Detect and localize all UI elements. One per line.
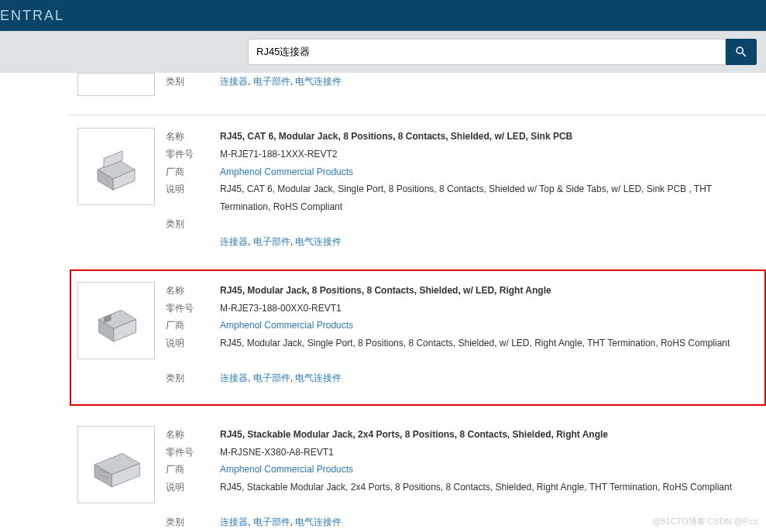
label-category: 类别 xyxy=(166,369,220,387)
manufacturer-link[interactable]: Amphenol Commercial Products xyxy=(220,166,353,177)
category-link[interactable]: 电子部件 xyxy=(253,76,290,87)
label-name: 名称 xyxy=(166,426,220,444)
label-part: 零件号 xyxy=(166,444,220,462)
result-categories: 连接器, 电子部件, 电气连接件 xyxy=(220,233,758,251)
result-categories: 连接器, 电子部件, 电气连接件 xyxy=(220,369,758,387)
result-item: 名称 零件号 厂商 说明 类别 RJ45, Stackable Modular … xyxy=(70,414,766,532)
result-thumbnail[interactable] xyxy=(77,426,155,503)
connector-icon xyxy=(85,434,147,496)
label-category: 类别 xyxy=(166,215,220,233)
app-header: ENTRAL xyxy=(0,0,766,31)
search-button[interactable] xyxy=(726,39,757,65)
manufacturer-link[interactable]: Amphenol Commercial Products xyxy=(220,464,353,475)
label-desc: 说明 xyxy=(166,180,220,198)
watermark: @51CTO博客 CSDN @P.cs xyxy=(652,516,758,527)
result-name: RJ45, CAT 6, Modular Jack, 8 Positions, … xyxy=(220,128,758,146)
result-part-number: M-RJE71-188-1XXX-REVT2 xyxy=(220,146,758,163)
app-title: ENTRAL xyxy=(0,8,64,24)
search-icon xyxy=(734,45,748,59)
result-thumbnail[interactable] xyxy=(77,128,155,205)
label-mfr: 厂商 xyxy=(166,461,220,479)
search-bar xyxy=(0,31,766,73)
label-name: 名称 xyxy=(166,282,220,300)
results-list: 类别 连接器, 电子部件, 电气连接件 名称 零件号 厂商 说明 类别 xyxy=(0,73,766,532)
result-part-number: M-RJE73-188-00XX0-REVT1 xyxy=(220,300,758,317)
label-desc: 说明 xyxy=(166,479,220,496)
result-part-number: M-RJSNE-X380-A8-REVT1 xyxy=(220,444,758,462)
result-name: RJ45, Modular Jack, 8 Positions, 8 Conta… xyxy=(220,282,758,300)
result-thumbnail[interactable] xyxy=(77,73,155,96)
result-item: 名称 零件号 厂商 说明 类别 RJ45, CAT 6, Modular Jac… xyxy=(70,115,766,269)
category-link[interactable]: 电子部件 xyxy=(253,372,290,383)
category-link[interactable]: 电气连接件 xyxy=(295,372,342,383)
connector-icon xyxy=(85,290,147,352)
category-link[interactable]: 连接器 xyxy=(220,76,248,87)
result-name: RJ45, Stackable Modular Jack, 2x4 Ports,… xyxy=(220,426,758,444)
category-link[interactable]: 连接器 xyxy=(220,517,248,527)
label-category: 类别 xyxy=(166,73,220,91)
result-description: RJ45, CAT 6, Modular Jack, Single Port, … xyxy=(220,180,758,216)
result-thumbnail[interactable] xyxy=(77,282,155,359)
category-link[interactable]: 电气连接件 xyxy=(295,236,342,247)
category-link[interactable]: 电子部件 xyxy=(253,236,290,247)
category-link[interactable]: 电气连接件 xyxy=(295,517,342,527)
category-link[interactable]: 连接器 xyxy=(220,372,248,383)
label-part: 零件号 xyxy=(166,146,220,163)
result-description: RJ45, Modular Jack, Single Port, 8 Posit… xyxy=(220,335,758,352)
label-desc: 说明 xyxy=(166,335,220,352)
result-categories: 连接器, 电子部件, 电气连接件 xyxy=(220,73,758,91)
label-mfr: 厂商 xyxy=(166,317,220,335)
label-mfr: 厂商 xyxy=(166,163,220,181)
category-link[interactable]: 连接器 xyxy=(220,236,248,247)
label-name: 名称 xyxy=(166,128,220,146)
result-item: 类别 连接器, 电子部件, 电气连接件 xyxy=(70,73,766,115)
result-description: RJ45, Stackable Modular Jack, 2x4 Ports,… xyxy=(220,479,758,496)
category-link[interactable]: 电子部件 xyxy=(253,517,290,527)
category-link[interactable]: 电气连接件 xyxy=(295,76,342,87)
label-part: 零件号 xyxy=(166,300,220,317)
label-category: 类别 xyxy=(166,513,220,531)
connector-icon xyxy=(85,136,147,197)
manufacturer-link[interactable]: Amphenol Commercial Products xyxy=(220,320,353,331)
result-item-highlighted: 名称 零件号 厂商 说明 类别 RJ45, Modular Jack, 8 Po… xyxy=(70,269,766,406)
search-input[interactable] xyxy=(248,39,726,65)
